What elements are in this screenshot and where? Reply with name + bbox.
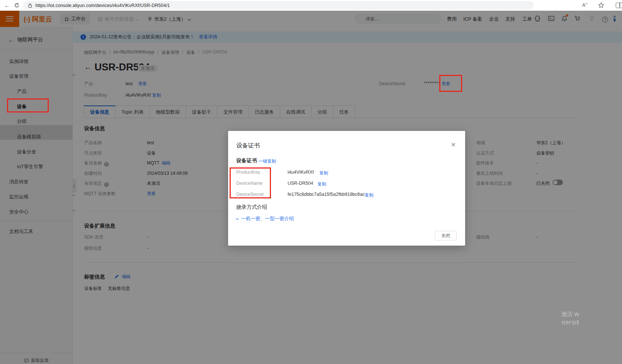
burn-method-expander[interactable]: 一机一密、一型一密介绍 xyxy=(236,215,294,222)
favorites-star-icon[interactable] xyxy=(598,2,604,8)
copy-all-link[interactable]: 一键复制 xyxy=(258,158,276,164)
burn-method-link: 一机一密、一型一密介绍 xyxy=(241,215,294,222)
watermark-line1: 激活 Windows xyxy=(561,311,579,318)
read-aloud-icon[interactable]: Aʻʻ xyxy=(582,2,587,8)
browser-refresh-icon[interactable] xyxy=(14,3,20,8)
windows-activation-watermark: 激活 Windows 转到“设置”以激活 Windows。 xyxy=(561,311,579,326)
cert-devicesecret-copy-link[interactable]: 复制 xyxy=(365,192,374,198)
cert-devicename-copy-link[interactable]: 复制 xyxy=(317,181,326,187)
modal-title: 设备证书 xyxy=(236,142,260,150)
annotation-box-cert-labels xyxy=(230,167,271,198)
cert-productkey-value: i4u4VIKvRXf xyxy=(288,170,314,175)
annotation-box-sidebar-devices xyxy=(7,98,49,112)
cert-devicename-value: USR-DR504 xyxy=(288,181,313,186)
site-info-lock-icon[interactable] xyxy=(28,3,32,8)
url-text: https://iot.console.aliyun.com/devices/i… xyxy=(35,3,170,8)
annotation-box-secret-view xyxy=(439,75,462,92)
cert-devicesecret-value: fe175c8dbbc7a5a15f5a2fbb918bc6ac xyxy=(288,192,365,197)
close-icon[interactable]: × xyxy=(451,141,456,148)
split-screen-icon[interactable] xyxy=(616,3,622,8)
certificate-section-title: 设备证书 xyxy=(236,157,257,164)
chevron-down-icon xyxy=(236,216,239,219)
screen: ← https://iot.console.aliyun.com/devices… xyxy=(0,0,622,364)
burn-method-title: 烧录方式介绍 xyxy=(236,204,267,211)
watermark-line2: 转到“设置”以激活 Windows。 xyxy=(561,320,579,326)
cert-productkey-copy-link[interactable]: 复制 xyxy=(319,170,328,176)
browser-back-icon[interactable]: ← xyxy=(4,0,10,11)
browser-toolbar: ← https://iot.console.aliyun.com/devices… xyxy=(0,0,622,11)
url-bar[interactable]: https://iot.console.aliyun.com/devices/i… xyxy=(23,1,533,10)
modal-close-button[interactable]: 关闭 xyxy=(435,231,457,240)
